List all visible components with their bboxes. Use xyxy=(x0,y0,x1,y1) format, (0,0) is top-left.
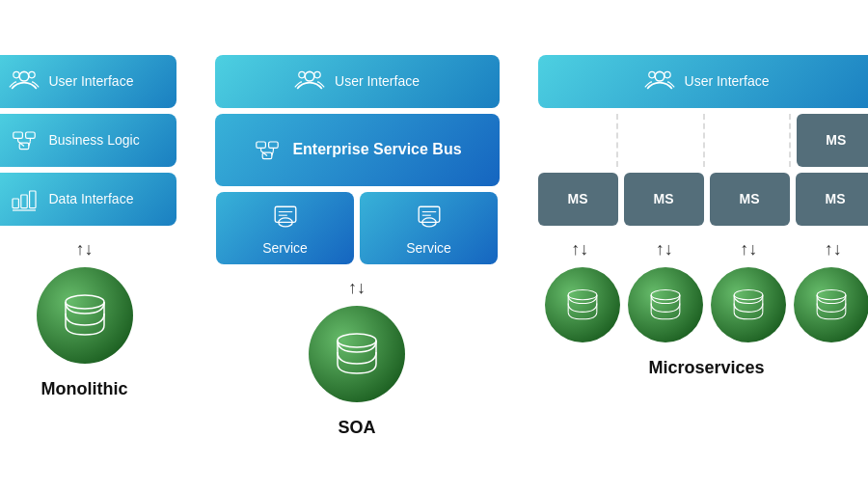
soa-ui-label: User Interface xyxy=(335,73,420,89)
svg-point-1 xyxy=(13,71,18,77)
ms-arrows-row: ↑↓ ↑↓ ↑↓ ↑↓ xyxy=(538,239,869,260)
microservices-label: Microservices xyxy=(648,358,764,378)
soa-service1-box: Service xyxy=(216,192,354,264)
ms-db-1 xyxy=(545,267,620,342)
ms-db-2 xyxy=(628,267,703,342)
soa-ui-icon xyxy=(294,66,325,96)
ms-top-label: MS xyxy=(826,132,846,148)
monolithic-db xyxy=(37,267,133,364)
svg-point-44 xyxy=(651,289,680,299)
ms-top-box: MS xyxy=(797,114,868,167)
ms-db-4 xyxy=(794,267,869,342)
microservices-column: User Interface MS MS MS MS MS xyxy=(538,55,869,378)
svg-point-0 xyxy=(19,71,29,81)
ms-label-3: MS xyxy=(740,191,760,206)
monolithic-ui-label: User Interface xyxy=(49,73,134,89)
svg-point-39 xyxy=(648,71,654,77)
soa-services-row: Service Service xyxy=(216,192,498,264)
monolithic-column: User Interface Business Logic Data Inter… xyxy=(0,55,176,399)
ms-ui-label: User Interface xyxy=(685,73,770,89)
ms-db-3 xyxy=(711,267,786,342)
ms-box-1: MS xyxy=(538,173,618,226)
ms-dashed-2 xyxy=(624,114,705,167)
ms-dashed-1 xyxy=(538,114,619,167)
ms-dashed-3 xyxy=(711,114,792,167)
ms-box-2: MS xyxy=(624,173,704,226)
soa-arrow-row: ↑↓ xyxy=(215,278,500,298)
ms-db-icon-1 xyxy=(563,287,602,322)
soa-label: SOA xyxy=(338,418,375,438)
soa-esb-label: Enterprise Service Bus xyxy=(292,141,461,158)
svg-rect-10 xyxy=(13,199,18,208)
monolithic-arrow-row: ↑↓ xyxy=(0,239,176,260)
ms-label-1: MS xyxy=(568,191,588,206)
soa-db xyxy=(309,306,405,402)
ms-arrow-3: ↑↓ xyxy=(740,239,757,260)
ms-bottom-row: MS MS MS MS xyxy=(538,173,869,226)
monolithic-logic-box: Business Logic xyxy=(0,114,176,167)
svg-rect-12 xyxy=(29,191,35,208)
monolithic-ui-box: User Interface xyxy=(0,55,176,108)
svg-rect-4 xyxy=(25,132,35,138)
soa-service2-box: Service xyxy=(360,192,498,264)
svg-point-2 xyxy=(28,71,34,77)
ms-db-icon-4 xyxy=(812,287,851,322)
svg-rect-31 xyxy=(419,206,440,222)
svg-line-24 xyxy=(261,151,267,156)
svg-rect-3 xyxy=(13,132,22,138)
ms-box-4: MS xyxy=(796,173,869,226)
ms-top-row: MS xyxy=(538,114,869,167)
service1-icon xyxy=(268,200,303,234)
data-icon xyxy=(9,183,40,214)
svg-rect-20 xyxy=(257,142,266,148)
monolithic-logic-label: Business Logic xyxy=(49,132,140,148)
soa-esb-icon xyxy=(252,134,283,165)
svg-rect-11 xyxy=(20,195,26,208)
svg-point-38 xyxy=(655,71,665,81)
soa-esb-box: Enterprise Service Bus xyxy=(215,114,500,186)
svg-line-26 xyxy=(272,151,274,156)
ms-db-icon-2 xyxy=(646,287,685,322)
ms-label-4: MS xyxy=(826,191,846,206)
service2-icon xyxy=(412,200,447,234)
ms-db-icon-3 xyxy=(729,287,768,322)
ui-icon xyxy=(9,66,40,96)
monolithic-data-label: Data Interface xyxy=(49,191,134,206)
soa-service1-label: Service xyxy=(262,240,308,256)
ms-box-3: MS xyxy=(710,173,790,226)
soa-ui-box: User Interface xyxy=(215,55,500,108)
svg-line-9 xyxy=(28,142,30,147)
ms-arrow-4: ↑↓ xyxy=(825,239,842,260)
svg-point-14 xyxy=(66,295,104,309)
svg-point-50 xyxy=(817,289,846,299)
svg-rect-21 xyxy=(269,142,279,148)
svg-point-19 xyxy=(314,71,320,77)
ms-arrow-2: ↑↓ xyxy=(656,239,673,260)
ms-ui-box: User Interface xyxy=(538,55,869,108)
ms-db-row xyxy=(545,267,869,342)
monolithic-data-box: Data Interface xyxy=(0,173,176,226)
svg-line-7 xyxy=(17,142,23,147)
architecture-diagram: User Interface Business Logic Data Inter… xyxy=(0,36,868,457)
svg-point-17 xyxy=(305,71,314,81)
ms-ui-icon xyxy=(644,66,675,96)
svg-point-47 xyxy=(734,289,763,299)
svg-point-40 xyxy=(664,71,669,77)
ms-label-2: MS xyxy=(654,191,674,206)
svg-point-41 xyxy=(568,289,597,299)
svg-rect-27 xyxy=(275,206,296,222)
svg-point-35 xyxy=(338,334,376,347)
svg-point-18 xyxy=(299,71,305,77)
soa-arrow: ↑↓ xyxy=(348,278,366,298)
monolithic-arrow: ↑↓ xyxy=(76,239,94,260)
soa-service2-label: Service xyxy=(406,240,451,256)
db-icon xyxy=(59,292,111,339)
soa-db-icon xyxy=(331,331,383,377)
logic-icon xyxy=(9,124,40,155)
monolithic-label: Monolithic xyxy=(41,379,128,399)
soa-column: User Interface Enterprise Service Bus xyxy=(215,55,500,438)
ms-arrow-1: ↑↓ xyxy=(571,239,588,260)
